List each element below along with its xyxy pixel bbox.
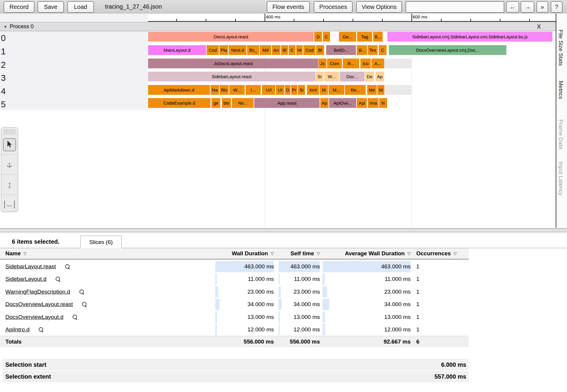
magnifier-icon[interactable]: [82, 302, 87, 307]
sidebar-tab-input-latency[interactable]: Input Latency: [557, 162, 564, 196]
flow-events-button[interactable]: Flow events: [267, 1, 310, 13]
slice[interactable]: Pr: [291, 85, 297, 95]
column-header-average-wall-duration[interactable]: Average Wall Duration▽: [323, 248, 411, 259]
slice[interactable]: ApiMarkdown.d: [148, 85, 210, 95]
sidebar-tab-metrics[interactable]: Metrics: [557, 81, 564, 99]
slice[interactable]: Na: [211, 85, 219, 95]
slice[interactable]: W...: [229, 85, 245, 95]
tab-slices[interactable]: Slices (6): [80, 236, 122, 248]
slice[interactable]: Bs_: [247, 45, 259, 55]
column-header-wall-duration[interactable]: Wall Duration▽: [215, 248, 274, 259]
column-header-name[interactable]: Name▽: [5, 248, 27, 259]
slice[interactable]: Xml: [307, 85, 319, 95]
sidebar-tab-frame-data[interactable]: Frame Data: [557, 119, 564, 149]
slice[interactable]: Tag: [357, 32, 372, 42]
more-options-button[interactable]: »: [536, 1, 548, 13]
slice[interactable]: Pla: [219, 45, 228, 55]
slice[interactable]: Re...: [345, 85, 366, 95]
magnifier-icon[interactable]: [79, 289, 84, 295]
timing-tool-button[interactable]: ↔: [1, 195, 18, 212]
slice-name-link[interactable]: SidebarLayout.reast: [5, 263, 56, 270]
find-previous-button[interactable]: ←: [506, 1, 519, 13]
slice[interactable]: Hi: [296, 45, 303, 55]
panel-splitter[interactable]: [0, 228, 567, 232]
slice[interactable]: Ge...: [339, 32, 356, 42]
slice[interactable]: C: [289, 45, 296, 55]
slice[interactable]: Api: [357, 98, 367, 108]
magnifier-icon[interactable]: [38, 327, 44, 332]
slice-name-link[interactable]: DocsOverviewLayout.d: [5, 314, 63, 320]
load-button[interactable]: Load: [67, 1, 94, 13]
slice[interactable]: Blo: [220, 85, 229, 95]
column-header-self-time[interactable]: Self time▽: [279, 248, 320, 259]
slice[interactable]: B...: [373, 32, 383, 42]
slice[interactable]: Js: [318, 59, 326, 68]
slice[interactable]: W...: [324, 72, 339, 81]
help-button[interactable]: ?: [551, 1, 563, 13]
slice[interactable]: Si: [315, 72, 323, 81]
slice[interactable]: Ico: [360, 59, 371, 68]
record-button[interactable]: Record: [4, 1, 34, 13]
slice[interactable]: DocsLayout.reast: [148, 32, 314, 42]
view-options-button[interactable]: View Options: [356, 1, 402, 13]
collapse-arrow-icon[interactable]: ▼: [4, 25, 7, 29]
slice[interactable]: M: [320, 85, 328, 95]
slice[interactable]: B...: [357, 45, 367, 55]
slice[interactable]: D: [285, 85, 290, 95]
slice[interactable]: SidebarLayout.reast: [148, 72, 315, 81]
zoom-tool-button[interactable]: ↕: [1, 175, 18, 194]
slice[interactable]: M: [377, 85, 384, 95]
slice[interactable]: DocsOverviewLayout.cmj,Doc...: [389, 45, 506, 55]
slice[interactable]: I...: [246, 85, 261, 95]
slice[interactable]: Url: [262, 85, 275, 95]
slice[interactable]: R...: [343, 59, 359, 68]
slice[interactable]: Ap: [320, 98, 329, 108]
slice[interactable]: Bl: [281, 45, 288, 55]
save-button[interactable]: Save: [37, 1, 64, 13]
slice[interactable]: App.reast: [254, 98, 320, 108]
slice[interactable]: CodeExample.d: [148, 98, 211, 108]
slice[interactable]: [384, 59, 412, 68]
column-header-occurrences[interactable]: Occurrences▽: [416, 248, 457, 259]
slice[interactable]: SidebarLayout.cmj,SidebarLayout.cmi,Side…: [387, 32, 552, 42]
slice[interactable]: Com: [327, 59, 342, 68]
slice-name-link[interactable]: SidebarLayout.d: [5, 276, 46, 282]
slice[interactable]: Me: [367, 85, 377, 95]
sidebar-tab-file-size-stats[interactable]: File Size Stats: [557, 30, 564, 66]
slice[interactable]: Tex: [368, 45, 378, 55]
slice[interactable]: Do: [365, 72, 374, 81]
slice[interactable]: Ima: [368, 98, 378, 108]
slice[interactable]: No...: [232, 98, 254, 108]
drag-handle[interactable]: [3, 129, 16, 133]
slice[interactable]: N: [379, 98, 387, 108]
search-input[interactable]: [406, 1, 504, 13]
slice[interactable]: JsDocsLayout.reast: [148, 59, 318, 68]
slice[interactable]: An: [272, 45, 280, 55]
magnifier-icon[interactable]: [65, 264, 70, 269]
slice[interactable]: Bl: [316, 45, 324, 55]
pan-tool-button[interactable]: ↔↕: [1, 155, 18, 174]
slice-name-link[interactable]: WarningFlagDescription.d: [5, 289, 70, 295]
slice[interactable]: Md: [260, 45, 271, 55]
slice[interactable]: Cod: [207, 45, 219, 55]
slice-name-link[interactable]: ApiIntro.d: [5, 326, 29, 333]
slice[interactable]: Doc...: [340, 72, 365, 81]
slice[interactable]: Ap: [376, 72, 384, 81]
find-next-button[interactable]: →: [521, 1, 534, 13]
slice[interactable]: MainLayout.d: [148, 45, 206, 55]
slice[interactable]: Si: [298, 85, 305, 95]
close-process-button[interactable]: X: [537, 23, 541, 30]
slice[interactable]: ApiOve...: [329, 98, 356, 108]
slice-name-link[interactable]: DocsOverviewLayout.reast: [5, 301, 73, 308]
slice[interactable]: Ut: [276, 85, 284, 95]
slice[interactable]: blo: [222, 98, 231, 108]
processes-button[interactable]: Processes: [314, 1, 353, 13]
slice[interactable]: BeltD...: [326, 45, 356, 55]
slice[interactable]: Cod: [303, 45, 315, 55]
slice[interactable]: [385, 85, 412, 95]
magnifier-icon[interactable]: [55, 276, 61, 282]
magnifier-icon[interactable]: [72, 314, 78, 320]
slice[interactable]: A...: [371, 59, 384, 68]
slice[interactable]: Next.d: [229, 45, 246, 55]
slice[interactable]: C: [323, 32, 330, 42]
